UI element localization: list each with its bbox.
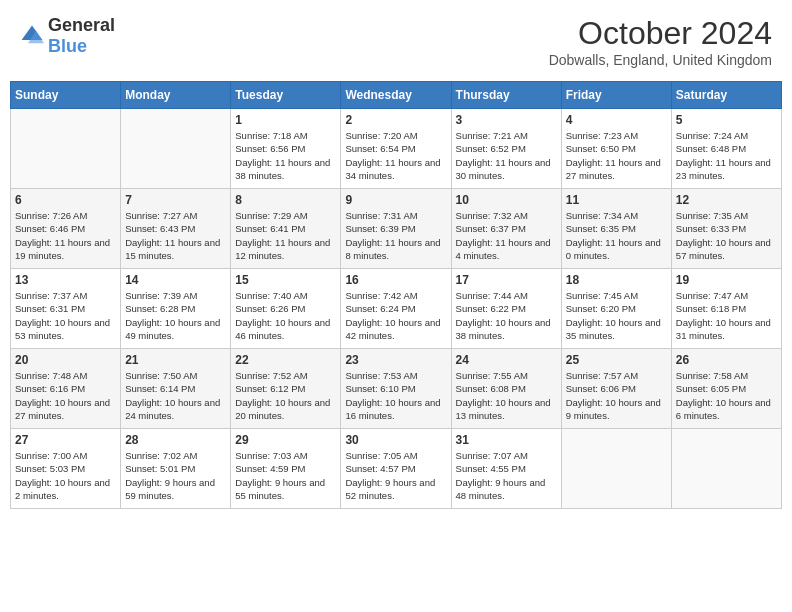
day-info: Sunrise: 7:55 AM Sunset: 6:08 PM Dayligh… <box>456 369 557 422</box>
day-info: Sunrise: 7:00 AM Sunset: 5:03 PM Dayligh… <box>15 449 116 502</box>
logo-blue: Blue <box>48 36 87 56</box>
day-number: 25 <box>566 353 667 367</box>
column-header-monday: Monday <box>121 82 231 109</box>
day-number: 1 <box>235 113 336 127</box>
calendar-cell <box>11 109 121 189</box>
calendar-cell <box>561 429 671 509</box>
day-info: Sunrise: 7:58 AM Sunset: 6:05 PM Dayligh… <box>676 369 777 422</box>
day-number: 21 <box>125 353 226 367</box>
day-info: Sunrise: 7:26 AM Sunset: 6:46 PM Dayligh… <box>15 209 116 262</box>
calendar-cell: 3Sunrise: 7:21 AM Sunset: 6:52 PM Daylig… <box>451 109 561 189</box>
calendar-week-row: 13Sunrise: 7:37 AM Sunset: 6:31 PM Dayli… <box>11 269 782 349</box>
calendar-cell: 14Sunrise: 7:39 AM Sunset: 6:28 PM Dayli… <box>121 269 231 349</box>
day-info: Sunrise: 7:52 AM Sunset: 6:12 PM Dayligh… <box>235 369 336 422</box>
calendar-cell: 18Sunrise: 7:45 AM Sunset: 6:20 PM Dayli… <box>561 269 671 349</box>
day-number: 19 <box>676 273 777 287</box>
calendar-week-row: 1Sunrise: 7:18 AM Sunset: 6:56 PM Daylig… <box>11 109 782 189</box>
day-number: 16 <box>345 273 446 287</box>
calendar-cell: 25Sunrise: 7:57 AM Sunset: 6:06 PM Dayli… <box>561 349 671 429</box>
day-number: 13 <box>15 273 116 287</box>
day-number: 23 <box>345 353 446 367</box>
day-number: 10 <box>456 193 557 207</box>
calendar-cell: 24Sunrise: 7:55 AM Sunset: 6:08 PM Dayli… <box>451 349 561 429</box>
calendar-cell: 22Sunrise: 7:52 AM Sunset: 6:12 PM Dayli… <box>231 349 341 429</box>
calendar-cell: 13Sunrise: 7:37 AM Sunset: 6:31 PM Dayli… <box>11 269 121 349</box>
day-info: Sunrise: 7:39 AM Sunset: 6:28 PM Dayligh… <box>125 289 226 342</box>
calendar-cell: 8Sunrise: 7:29 AM Sunset: 6:41 PM Daylig… <box>231 189 341 269</box>
calendar-cell: 17Sunrise: 7:44 AM Sunset: 6:22 PM Dayli… <box>451 269 561 349</box>
day-info: Sunrise: 7:05 AM Sunset: 4:57 PM Dayligh… <box>345 449 446 502</box>
logo-general: General <box>48 15 115 35</box>
calendar-cell: 1Sunrise: 7:18 AM Sunset: 6:56 PM Daylig… <box>231 109 341 189</box>
column-header-friday: Friday <box>561 82 671 109</box>
day-number: 18 <box>566 273 667 287</box>
calendar-week-row: 6Sunrise: 7:26 AM Sunset: 6:46 PM Daylig… <box>11 189 782 269</box>
day-number: 3 <box>456 113 557 127</box>
day-number: 15 <box>235 273 336 287</box>
calendar-cell: 5Sunrise: 7:24 AM Sunset: 6:48 PM Daylig… <box>671 109 781 189</box>
column-header-sunday: Sunday <box>11 82 121 109</box>
column-header-thursday: Thursday <box>451 82 561 109</box>
day-number: 30 <box>345 433 446 447</box>
day-info: Sunrise: 7:21 AM Sunset: 6:52 PM Dayligh… <box>456 129 557 182</box>
day-number: 6 <box>15 193 116 207</box>
day-number: 26 <box>676 353 777 367</box>
day-number: 28 <box>125 433 226 447</box>
day-info: Sunrise: 7:24 AM Sunset: 6:48 PM Dayligh… <box>676 129 777 182</box>
day-info: Sunrise: 7:18 AM Sunset: 6:56 PM Dayligh… <box>235 129 336 182</box>
day-info: Sunrise: 7:20 AM Sunset: 6:54 PM Dayligh… <box>345 129 446 182</box>
day-number: 5 <box>676 113 777 127</box>
day-info: Sunrise: 7:42 AM Sunset: 6:24 PM Dayligh… <box>345 289 446 342</box>
day-number: 22 <box>235 353 336 367</box>
logo: General Blue <box>20 15 115 57</box>
day-number: 31 <box>456 433 557 447</box>
day-info: Sunrise: 7:53 AM Sunset: 6:10 PM Dayligh… <box>345 369 446 422</box>
calendar-cell: 19Sunrise: 7:47 AM Sunset: 6:18 PM Dayli… <box>671 269 781 349</box>
day-number: 7 <box>125 193 226 207</box>
column-header-saturday: Saturday <box>671 82 781 109</box>
calendar-cell: 15Sunrise: 7:40 AM Sunset: 6:26 PM Dayli… <box>231 269 341 349</box>
calendar-cell: 30Sunrise: 7:05 AM Sunset: 4:57 PM Dayli… <box>341 429 451 509</box>
calendar-cell: 12Sunrise: 7:35 AM Sunset: 6:33 PM Dayli… <box>671 189 781 269</box>
day-info: Sunrise: 7:34 AM Sunset: 6:35 PM Dayligh… <box>566 209 667 262</box>
day-number: 11 <box>566 193 667 207</box>
day-number: 14 <box>125 273 226 287</box>
day-number: 17 <box>456 273 557 287</box>
calendar-table: SundayMondayTuesdayWednesdayThursdayFrid… <box>10 81 782 509</box>
day-number: 2 <box>345 113 446 127</box>
calendar-cell: 28Sunrise: 7:02 AM Sunset: 5:01 PM Dayli… <box>121 429 231 509</box>
calendar-cell: 11Sunrise: 7:34 AM Sunset: 6:35 PM Dayli… <box>561 189 671 269</box>
column-header-wednesday: Wednesday <box>341 82 451 109</box>
day-info: Sunrise: 7:35 AM Sunset: 6:33 PM Dayligh… <box>676 209 777 262</box>
calendar-cell: 16Sunrise: 7:42 AM Sunset: 6:24 PM Dayli… <box>341 269 451 349</box>
title-area: October 2024 Dobwalls, England, United K… <box>549 15 772 68</box>
calendar-week-row: 20Sunrise: 7:48 AM Sunset: 6:16 PM Dayli… <box>11 349 782 429</box>
calendar-cell: 29Sunrise: 7:03 AM Sunset: 4:59 PM Dayli… <box>231 429 341 509</box>
day-info: Sunrise: 7:40 AM Sunset: 6:26 PM Dayligh… <box>235 289 336 342</box>
day-info: Sunrise: 7:23 AM Sunset: 6:50 PM Dayligh… <box>566 129 667 182</box>
calendar-cell: 2Sunrise: 7:20 AM Sunset: 6:54 PM Daylig… <box>341 109 451 189</box>
day-number: 24 <box>456 353 557 367</box>
day-info: Sunrise: 7:02 AM Sunset: 5:01 PM Dayligh… <box>125 449 226 502</box>
calendar-cell <box>671 429 781 509</box>
calendar-cell: 7Sunrise: 7:27 AM Sunset: 6:43 PM Daylig… <box>121 189 231 269</box>
day-number: 27 <box>15 433 116 447</box>
day-info: Sunrise: 7:07 AM Sunset: 4:55 PM Dayligh… <box>456 449 557 502</box>
calendar-cell <box>121 109 231 189</box>
day-info: Sunrise: 7:48 AM Sunset: 6:16 PM Dayligh… <box>15 369 116 422</box>
month-title: October 2024 <box>549 15 772 52</box>
day-number: 9 <box>345 193 446 207</box>
day-number: 4 <box>566 113 667 127</box>
day-number: 8 <box>235 193 336 207</box>
calendar-cell: 27Sunrise: 7:00 AM Sunset: 5:03 PM Dayli… <box>11 429 121 509</box>
day-number: 12 <box>676 193 777 207</box>
calendar-cell: 9Sunrise: 7:31 AM Sunset: 6:39 PM Daylig… <box>341 189 451 269</box>
calendar-cell: 21Sunrise: 7:50 AM Sunset: 6:14 PM Dayli… <box>121 349 231 429</box>
page-header: General Blue October 2024 Dobwalls, Engl… <box>10 10 782 73</box>
column-header-tuesday: Tuesday <box>231 82 341 109</box>
day-info: Sunrise: 7:45 AM Sunset: 6:20 PM Dayligh… <box>566 289 667 342</box>
logo-text: General Blue <box>48 15 115 57</box>
calendar-cell: 10Sunrise: 7:32 AM Sunset: 6:37 PM Dayli… <box>451 189 561 269</box>
calendar-cell: 4Sunrise: 7:23 AM Sunset: 6:50 PM Daylig… <box>561 109 671 189</box>
day-info: Sunrise: 7:37 AM Sunset: 6:31 PM Dayligh… <box>15 289 116 342</box>
